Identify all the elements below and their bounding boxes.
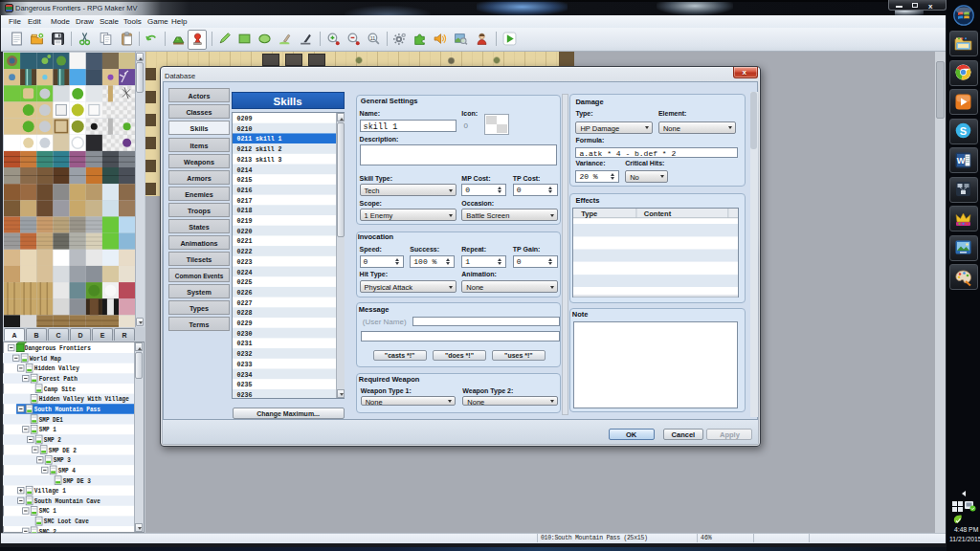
svg-text:0234: 0234 bbox=[237, 369, 253, 378]
svg-text:0213 skill 3: 0213 skill 3 bbox=[237, 154, 282, 163]
svg-text:0214: 0214 bbox=[237, 165, 253, 173]
svg-text:0236: 0236 bbox=[237, 389, 253, 397]
svg-text:11: 11 bbox=[369, 34, 375, 40]
svg-text:0215: 0215 bbox=[237, 175, 253, 184]
svg-text:Hidden Valley: Hidden Valley bbox=[34, 364, 80, 372]
svg-text:0218: 0218 bbox=[237, 206, 253, 214]
svg-text:SMP DE 2: SMP DE 2 bbox=[49, 447, 77, 454]
svg-text:Content: Content bbox=[644, 209, 672, 218]
svg-text:Forest Path: Forest Path bbox=[39, 375, 78, 383]
svg-text:0229: 0229 bbox=[237, 319, 253, 327]
svg-text:0233: 0233 bbox=[237, 359, 253, 367]
svg-text:0228: 0228 bbox=[237, 308, 253, 317]
svg-text:SMP 1: SMP 1 bbox=[39, 426, 56, 433]
svg-text:0230: 0230 bbox=[237, 328, 253, 337]
svg-text:Camp Site: Camp Site bbox=[44, 386, 76, 393]
svg-text:0235: 0235 bbox=[237, 380, 253, 388]
svg-text:0227: 0227 bbox=[237, 298, 253, 306]
svg-text:World Map: World Map bbox=[30, 355, 61, 363]
svg-text:W: W bbox=[957, 156, 966, 165]
svg-text:0209: 0209 bbox=[237, 114, 253, 122]
svg-text:SMC Loot Cave: SMC Loot Cave bbox=[44, 518, 89, 525]
svg-text:SMP 3: SMP 3 bbox=[54, 456, 71, 464]
svg-text:0222: 0222 bbox=[237, 247, 253, 255]
svg-text:SMC 1: SMC 1 bbox=[39, 507, 56, 515]
svg-text:Hidden Valley With Village: Hidden Valley With Village bbox=[39, 395, 129, 403]
svg-text:Dangerous Frontiers: Dangerous Frontiers bbox=[25, 344, 91, 352]
svg-text:0221: 0221 bbox=[237, 236, 253, 245]
svg-text:0219: 0219 bbox=[237, 216, 253, 225]
svg-text:SMP DE1: SMP DE1 bbox=[39, 416, 63, 424]
svg-text:0211 skill 1: 0211 skill 1 bbox=[237, 134, 282, 143]
svg-text:0224: 0224 bbox=[237, 267, 253, 276]
svg-text:0216: 0216 bbox=[237, 185, 253, 193]
svg-text:0223: 0223 bbox=[237, 256, 253, 265]
svg-text:South Mountain Cave: South Mountain Cave bbox=[34, 497, 100, 505]
svg-text:SMP 4: SMP 4 bbox=[58, 467, 76, 474]
svg-text:0210: 0210 bbox=[237, 123, 253, 132]
svg-text:0226: 0226 bbox=[237, 287, 253, 296]
svg-text:0232: 0232 bbox=[237, 349, 253, 358]
svg-text:Type: Type bbox=[581, 209, 597, 218]
svg-text:Village 1: Village 1 bbox=[34, 487, 66, 495]
svg-text:0220: 0220 bbox=[237, 226, 253, 234]
svg-text:SMP 2: SMP 2 bbox=[44, 436, 61, 444]
svg-text:South Mountain Pass: South Mountain Pass bbox=[34, 406, 100, 413]
svg-text:0212 skill 2: 0212 skill 2 bbox=[237, 144, 282, 153]
svg-text:SMP DE 3: SMP DE 3 bbox=[63, 477, 91, 485]
svg-text:0217: 0217 bbox=[237, 195, 253, 204]
svg-text:0225: 0225 bbox=[237, 277, 253, 286]
svg-text:0231: 0231 bbox=[237, 339, 253, 347]
svg-text:S: S bbox=[960, 125, 967, 137]
